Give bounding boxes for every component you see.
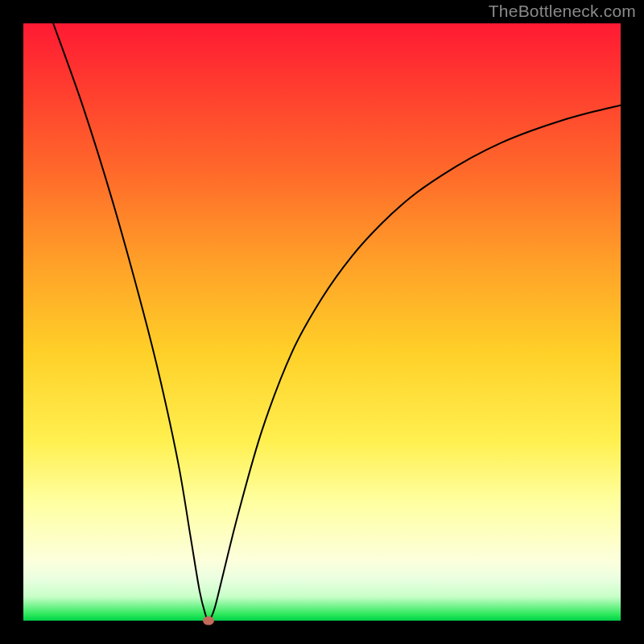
- optimum-marker: [203, 617, 214, 625]
- chart-plot-area: [23, 23, 621, 621]
- chart-frame: TheBottleneck.com: [0, 0, 644, 644]
- bottleneck-curve: [23, 23, 621, 621]
- watermark-text: TheBottleneck.com: [489, 2, 636, 21]
